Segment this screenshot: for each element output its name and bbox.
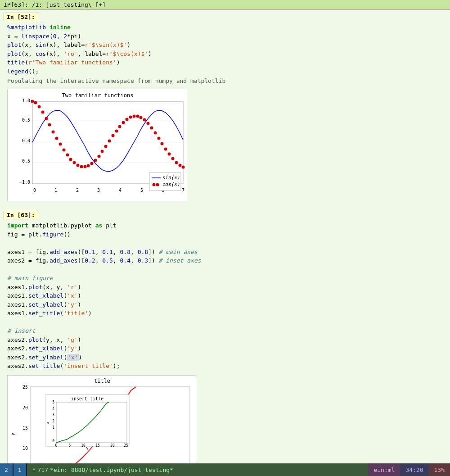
cell-2-code[interactable]: import matplotlib.pyplot as plt fig = pl… xyxy=(0,220,450,372)
code-line: axes1.plot(x, y, 'r') xyxy=(7,283,443,292)
svg-point-40 xyxy=(108,140,111,143)
cell-1-label[interactable]: In [52]: xyxy=(4,13,38,21)
svg-text:title: title xyxy=(94,378,110,384)
svg-point-65 xyxy=(153,183,156,186)
svg-text:−1.0: −1.0 xyxy=(19,180,30,185)
chart1-title: Two familiar functions xyxy=(62,92,134,99)
svg-point-30 xyxy=(73,161,76,164)
code-line xyxy=(7,318,443,327)
svg-text:4: 4 xyxy=(52,407,54,411)
svg-text:20: 20 xyxy=(110,444,115,448)
svg-point-29 xyxy=(69,158,72,161)
code-line xyxy=(7,265,443,274)
code-line: axes1.set_title('title') xyxy=(7,309,443,318)
code-line: # insert xyxy=(7,326,443,335)
svg-point-53 xyxy=(154,131,157,135)
svg-point-51 xyxy=(147,122,150,125)
code-line: axes1.set_xlabel('x') xyxy=(7,291,443,300)
svg-text:0: 0 xyxy=(55,444,58,448)
svg-text:3: 3 xyxy=(97,188,100,193)
cell-1-code[interactable]: %matplotlib inline x = linspace(0, 2*pi)… xyxy=(0,22,450,77)
status-filepath: *ein: 8888/test.ipynb/just_testing* xyxy=(50,467,173,473)
svg-point-60 xyxy=(179,164,182,167)
svg-text:15: 15 xyxy=(95,444,100,448)
svg-point-61 xyxy=(182,166,185,169)
svg-text:y: y xyxy=(10,432,16,435)
svg-text:0.0: 0.0 xyxy=(22,138,30,143)
status-position: 34:20 xyxy=(400,463,428,476)
code-line: plot(x, cos(x), 'ro', label=r'$\cos(x)$'… xyxy=(7,50,443,59)
svg-text:0: 0 xyxy=(52,439,54,443)
svg-text:25: 25 xyxy=(124,444,128,448)
svg-text:insert title: insert title xyxy=(71,396,104,401)
status-tab-1[interactable]: 2 xyxy=(0,463,13,476)
svg-point-57 xyxy=(168,153,171,156)
svg-point-27 xyxy=(63,149,66,152)
cell-2-label[interactable]: In [63]: xyxy=(4,211,38,219)
code-line: axes1.set_ylabel('y') xyxy=(7,300,443,309)
svg-point-45 xyxy=(126,118,129,121)
svg-text:5: 5 xyxy=(52,400,54,404)
titlebar-text: IP[63]: /1: just_testing\ [+] xyxy=(4,1,106,8)
svg-text:25: 25 xyxy=(22,385,28,390)
svg-point-38 xyxy=(101,150,104,153)
svg-text:x: x xyxy=(45,421,50,424)
svg-point-21 xyxy=(41,111,45,114)
svg-point-49 xyxy=(140,116,143,119)
code-line: title(r'Two familiar functions') xyxy=(7,58,443,67)
code-line: x = linspace(0, 2*pi) xyxy=(7,32,443,41)
status-bufnum: 717 xyxy=(37,467,48,473)
svg-point-66 xyxy=(156,183,159,186)
code-line: fig = plt.figure() xyxy=(7,230,443,239)
svg-point-23 xyxy=(48,123,51,127)
svg-text:5: 5 xyxy=(69,444,71,448)
svg-point-34 xyxy=(87,164,90,168)
status-tab-1-num: 2 xyxy=(4,467,8,473)
svg-text:2: 2 xyxy=(76,188,79,193)
svg-point-41 xyxy=(112,134,115,137)
code-line: plot(x, sin(x), label=r'$\sin(x)$') xyxy=(7,41,443,50)
notebook[interactable]: In [52]: %matplotlib inline x = linspace… xyxy=(0,10,450,463)
code-line: axes1 = fig.add_axes([0.1, 0.1, 0.8, 0.8… xyxy=(7,248,443,257)
chart-1-svg: Two familiar functions 1.0 0.5 0.0 −0.5 … xyxy=(7,89,187,201)
svg-point-33 xyxy=(84,165,87,168)
status-tab-2[interactable]: 1 xyxy=(14,463,26,476)
cos-dot xyxy=(31,100,34,103)
code-line: # main figure xyxy=(7,274,443,283)
svg-text:y: y xyxy=(86,446,89,450)
svg-text:7: 7 xyxy=(182,188,184,193)
cell-2: In [63]: import matplotlib.pyplot as plt… xyxy=(0,208,450,463)
chart-1-container: Two familiar functions 1.0 0.5 0.0 −0.5 … xyxy=(7,89,443,203)
svg-point-42 xyxy=(115,130,118,133)
code-line: %matplotlib inline xyxy=(7,23,443,32)
svg-point-59 xyxy=(175,161,178,164)
svg-point-20 xyxy=(38,105,41,109)
code-line: import matplotlib.pyplot as plt xyxy=(7,221,443,230)
svg-point-54 xyxy=(158,137,161,140)
svg-point-22 xyxy=(45,117,48,120)
svg-point-24 xyxy=(52,131,55,134)
svg-text:0: 0 xyxy=(33,188,36,193)
svg-text:cos(x): cos(x) xyxy=(162,181,180,187)
status-percent: 13% xyxy=(429,463,450,476)
svg-point-55 xyxy=(161,142,164,145)
svg-point-28 xyxy=(66,154,69,157)
code-line: axes2.set_xlabel('y') xyxy=(7,344,443,353)
status-tab-2-num: 1 xyxy=(18,467,22,473)
svg-point-35 xyxy=(90,162,94,165)
svg-point-48 xyxy=(136,115,140,118)
chart-2-svg: title y x 25 20 15 10 5 0 0 1 2 xyxy=(7,375,196,464)
svg-point-25 xyxy=(55,137,58,140)
svg-text:3: 3 xyxy=(52,413,54,417)
status-indicator: * xyxy=(32,467,36,473)
chart-2-container: title y x 25 20 15 10 5 0 0 1 2 xyxy=(7,375,443,464)
svg-point-43 xyxy=(118,125,122,128)
svg-point-36 xyxy=(94,159,97,162)
code-line: axes2 = fig.add_axes([0.2, 0.5, 0.4, 0.3… xyxy=(7,256,443,265)
code-line xyxy=(7,239,443,248)
svg-text:2: 2 xyxy=(52,419,54,423)
code-line: axes2.set_ylabel('x') xyxy=(7,353,443,362)
svg-text:4: 4 xyxy=(119,188,122,193)
svg-point-56 xyxy=(164,148,167,151)
svg-text:−0.5: −0.5 xyxy=(19,159,30,163)
